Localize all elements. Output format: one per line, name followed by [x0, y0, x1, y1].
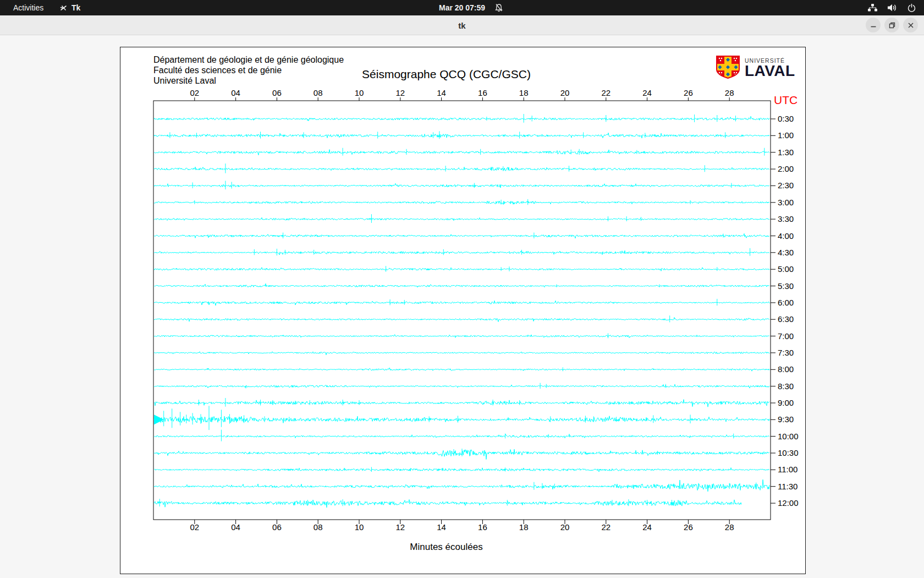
volume-icon: [887, 3, 898, 12]
x-tick-label-top: 14: [437, 88, 446, 97]
x-tick-label-top: 08: [314, 88, 323, 97]
time-label: 1:30: [778, 148, 794, 157]
x-tick-label-top: 06: [272, 88, 282, 97]
time-label: 1:00: [778, 130, 794, 140]
trace-row: [154, 352, 769, 355]
trace-row: [154, 181, 769, 189]
trace-row: [154, 479, 769, 492]
trace-row: [154, 131, 769, 139]
x-tick-label-bottom: 26: [684, 522, 693, 532]
trace-event-blob: [154, 415, 164, 424]
network-icon: [867, 3, 878, 12]
x-tick-label-top: 20: [560, 88, 570, 97]
time-label: 6:30: [778, 314, 794, 324]
x-tick-label-top: 22: [601, 88, 610, 97]
time-label: 11:00: [778, 465, 798, 474]
trace-row: [154, 114, 769, 123]
trace-row: [154, 233, 769, 239]
time-label: 10:00: [778, 432, 799, 441]
clock-menu[interactable]: Mar 20 07:59: [439, 0, 485, 15]
x-tick-label-bottom: 20: [560, 522, 570, 532]
time-label: 5:00: [778, 264, 794, 274]
trace-row: [154, 248, 769, 256]
trace-row: [154, 199, 769, 205]
trace-row: [154, 299, 769, 306]
x-tick-label-top: 12: [395, 88, 405, 97]
bell-muted-icon: [494, 3, 504, 14]
time-label: 6:00: [778, 298, 794, 307]
time-label: 3:00: [778, 198, 794, 207]
app-indicator[interactable]: Tk: [59, 0, 80, 15]
time-label: 8:00: [778, 364, 794, 374]
trace-row: [154, 214, 769, 223]
trace-row: [154, 315, 769, 322]
minimize-button[interactable]: [866, 18, 881, 32]
restore-button[interactable]: [884, 18, 899, 32]
trace-row: [154, 163, 769, 173]
trace-row: [154, 467, 769, 472]
seismograph-canvas: Département de géologie et de génie géol…: [120, 47, 806, 574]
time-label: 4:00: [778, 231, 794, 241]
trace-row: [154, 334, 769, 339]
x-tick-label-bottom: 08: [314, 522, 323, 532]
x-tick-label-top: 10: [355, 88, 364, 97]
x-tick-label-bottom: 24: [642, 522, 652, 532]
x-tick-label-top: 26: [684, 88, 693, 97]
time-label: 2:00: [778, 164, 794, 173]
tk-app-icon: [59, 4, 68, 12]
time-label: 12:00: [778, 498, 799, 508]
time-label: 9:00: [778, 398, 794, 407]
time-label: 0:30: [778, 114, 794, 123]
trace-row: [154, 406, 769, 430]
time-label: 2:30: [778, 181, 794, 190]
trace-row: [154, 449, 769, 460]
x-axis-title: Minutes écoulées: [120, 542, 772, 553]
time-label: 7:30: [778, 348, 794, 357]
time-label: 8:30: [778, 381, 794, 391]
trace-row: [154, 499, 741, 508]
time-label: 3:30: [778, 214, 794, 223]
trace-row: [154, 148, 769, 156]
trace-row: [154, 430, 769, 441]
close-button[interactable]: [903, 18, 918, 32]
x-tick-label-top: 02: [190, 88, 199, 97]
time-label: 9:30: [778, 415, 794, 424]
x-tick-label-bottom: 16: [478, 522, 487, 532]
trace-row: [154, 383, 769, 389]
x-tick-label-top: 24: [642, 88, 652, 97]
activities-button[interactable]: Activities: [9, 0, 48, 15]
x-tick-label-bottom: 22: [601, 522, 610, 532]
x-tick-label-top: 28: [725, 88, 734, 97]
activities-label: Activities: [13, 3, 43, 12]
x-tick-label-top: 04: [231, 88, 240, 97]
x-tick-label-bottom: 18: [519, 522, 529, 532]
x-tick-label-bottom: 28: [725, 522, 734, 532]
window-titlebar[interactable]: tk: [0, 15, 924, 35]
time-label: 4:30: [778, 248, 794, 257]
window-title: tk: [0, 15, 924, 35]
x-tick-label-bottom: 06: [272, 522, 282, 532]
app-indicator-label: Tk: [72, 3, 80, 12]
x-tick-label-top: 18: [519, 88, 529, 97]
x-tick-label-bottom: 14: [437, 522, 446, 532]
time-label: 7:00: [778, 331, 794, 341]
power-icon: [907, 3, 916, 13]
plot-border: [153, 101, 771, 520]
time-label: 11:30: [778, 482, 798, 491]
x-tick-label-bottom: 12: [395, 522, 405, 532]
x-tick-label-top: 16: [478, 88, 487, 97]
clock-label: Mar 20 07:59: [439, 3, 485, 12]
time-label: 10:30: [778, 448, 799, 457]
x-tick-label-bottom: 10: [355, 522, 364, 532]
trace-row: [154, 283, 769, 287]
x-tick-label-bottom: 02: [190, 522, 199, 532]
window-content: Département de géologie et de génie géol…: [0, 35, 924, 578]
system-status-area[interactable]: [867, 0, 916, 15]
trace-row: [154, 398, 769, 407]
x-tick-label-bottom: 04: [231, 522, 240, 532]
seismogram-plot: 0202040406060808101012121414161618182020…: [120, 47, 805, 574]
trace-row: [154, 367, 769, 371]
top-bar: Activities Tk Mar 20 07:59: [0, 0, 924, 15]
time-label: 5:30: [778, 281, 794, 291]
trace-row: [154, 266, 769, 272]
